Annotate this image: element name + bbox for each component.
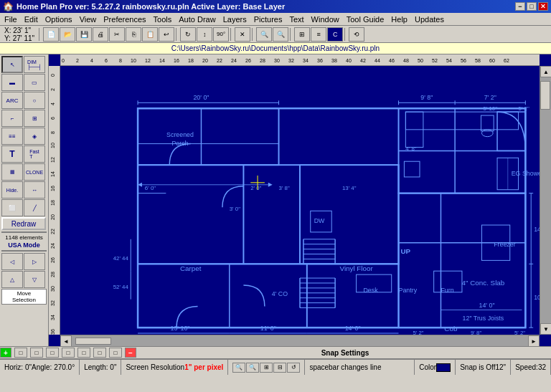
snap-btn-3[interactable]: □ <box>46 348 59 358</box>
door-tool-button[interactable]: ⌐ <box>1 110 23 127</box>
nav-up-button[interactable]: △ <box>1 271 23 288</box>
restore-button[interactable]: □ <box>527 2 537 11</box>
delete-button[interactable]: ✕ <box>235 27 250 42</box>
hide-tool-button[interactable]: Hide. <box>1 181 23 199</box>
toolbar1: X: 23' 1" Y: 27' 11" 📄 📂 💾 🖨 ✂ ⎘ 📋 ↩ ↻ ↕… <box>0 26 551 43</box>
menu-layers[interactable]: Layers <box>220 14 250 24</box>
menu-pictures[interactable]: Pictures <box>251 14 286 24</box>
scroll-down-button[interactable]: ▼ <box>540 323 551 335</box>
rotate-button[interactable]: ↻ <box>180 27 196 42</box>
zoom-in-button[interactable]: 🔍 <box>256 27 272 42</box>
color-picker-button[interactable]: C <box>327 27 343 42</box>
svg-text:50: 50 <box>418 58 423 63</box>
zoom-ctrl-1[interactable]: 🔍 <box>232 363 245 373</box>
new-button[interactable]: 📄 <box>43 27 59 42</box>
color-swatch[interactable] <box>436 363 451 372</box>
clone-tool-button[interactable]: CLONE <box>24 163 45 181</box>
undo2-button[interactable]: ⟲ <box>349 27 364 42</box>
zoom-ctrl-3[interactable]: ⊞ <box>260 363 273 373</box>
menu-window[interactable]: Window <box>309 14 342 24</box>
save-button[interactable]: 💾 <box>76 27 92 42</box>
usa-mode-label: USA Mode <box>1 242 47 249</box>
zoom-plus-button[interactable]: + <box>0 348 11 358</box>
angle90-button[interactable]: 90° <box>213 27 229 42</box>
stairs-tool-button[interactable]: ≡≡ <box>1 128 23 145</box>
scroll-right-button[interactable]: ► <box>528 335 540 346</box>
svg-text:UP: UP <box>400 247 410 254</box>
horiz-section: Horiz: 0" Angle: 270.0° <box>0 360 80 375</box>
scroll-thumb-right[interactable] <box>540 81 550 110</box>
snap-btn-4[interactable]: □ <box>62 348 75 358</box>
line-tool-button[interactable]: ╱ <box>24 199 45 216</box>
bottom-scrollbar[interactable]: ◄ ► <box>60 335 540 346</box>
svg-text:46: 46 <box>389 58 395 63</box>
nav-left-button[interactable]: ◁ <box>1 253 23 270</box>
nav-down-button[interactable]: ▽ <box>24 271 45 288</box>
dim-tool-button[interactable]: DIM├──┤ <box>24 56 45 73</box>
menu-preferences[interactable]: Preferences <box>100 14 149 24</box>
copy-button[interactable]: ⎘ <box>126 27 141 42</box>
scroll-track-bottom[interactable] <box>72 335 528 346</box>
menu-text[interactable]: Text <box>286 14 306 24</box>
fasttext-tool-button[interactable]: FastT <box>24 145 45 163</box>
print-button[interactable]: 🖨 <box>93 27 108 42</box>
grid-button[interactable]: ⊞ <box>294 27 310 42</box>
menu-tools[interactable]: Tools <box>151 14 175 24</box>
redraw-button[interactable]: Redraw <box>1 217 46 230</box>
toolbar-row-3: ARC ○ <box>1 92 47 109</box>
text-tool-button[interactable]: T <box>1 145 23 163</box>
snap-btn-7[interactable]: □ <box>109 348 122 358</box>
zoom-minus-button[interactable]: − <box>125 348 136 358</box>
arc-tool-button[interactable]: ARC <box>1 92 23 109</box>
svg-text:Furn: Furn <box>441 287 453 294</box>
wall-tool-button[interactable]: ▬ <box>1 74 23 91</box>
open-button[interactable]: 📂 <box>60 27 75 42</box>
circle-tool-button[interactable]: ○ <box>24 92 45 109</box>
rect-tool-button[interactable]: ▭ <box>24 74 45 91</box>
svg-text:32: 32 <box>50 300 55 306</box>
color-section[interactable]: Color <box>415 360 456 375</box>
move-tool-button[interactable]: ↔ <box>24 181 45 199</box>
close-button[interactable]: ✕ <box>538 2 548 11</box>
menu-options[interactable]: Options <box>42 14 75 24</box>
right-scrollbar[interactable]: ▲ ▼ <box>540 66 551 335</box>
zoom-ctrl-4[interactable]: ⊟ <box>273 363 286 373</box>
menu-toolguide[interactable]: Tool Guide <box>344 14 387 24</box>
separator4 <box>252 28 255 41</box>
menu-view[interactable]: View <box>77 14 100 24</box>
snap-btn-1[interactable]: □ <box>14 348 27 358</box>
svg-text:8: 8 <box>119 58 122 63</box>
nav-right-button[interactable]: ▷ <box>24 253 45 270</box>
canvas-container[interactable]: // ruler ticks rendered via SVG below 0 … <box>49 54 551 346</box>
zoom-out-button[interactable]: 🔍 <box>273 27 288 42</box>
svg-text:28: 28 <box>50 272 55 277</box>
scroll-up-button[interactable]: ▲ <box>540 66 551 77</box>
zoom-ctrl-5[interactable]: ↺ <box>287 363 300 373</box>
flip-button[interactable]: ↕ <box>197 27 212 42</box>
hatch-tool-button[interactable]: ▦ <box>1 163 23 181</box>
snap-btn-5[interactable]: □ <box>77 348 90 358</box>
eraser-tool-button[interactable]: ⬜ <box>1 199 23 216</box>
window-tool-button[interactable]: ⊞ <box>24 110 45 127</box>
menu-help[interactable]: Help <box>388 14 410 24</box>
blueprint-canvas[interactable]: UP 20' 0" 9' 8" 7' 2" 5' 10" 5' 2" 4' 8" <box>60 66 540 335</box>
undo-button[interactable]: ↩ <box>159 27 174 42</box>
symbol-tool-button[interactable]: ◈ <box>24 128 45 145</box>
zoom-ctrl-2[interactable]: 🔍 <box>246 363 259 373</box>
menu-autodraw[interactable]: Auto Draw <box>176 14 218 24</box>
svg-text:16: 16 <box>50 186 55 191</box>
menu-edit[interactable]: Edit <box>22 14 41 24</box>
scroll-left-button[interactable]: ◄ <box>60 335 72 346</box>
scroll-track-right[interactable] <box>540 77 551 323</box>
cut-button[interactable]: ✂ <box>109 27 125 42</box>
menu-updates[interactable]: Updates <box>412 14 447 24</box>
select-tool-button[interactable]: ↖ <box>1 56 23 73</box>
snap-btn-6[interactable]: □ <box>93 348 106 358</box>
minimize-button[interactable]: − <box>515 2 525 11</box>
paste-button[interactable]: 📋 <box>142 27 158 42</box>
snap-btn-2[interactable]: □ <box>30 348 43 358</box>
layers-button[interactable]: ≡ <box>311 27 326 42</box>
scroll-thumb-bottom[interactable] <box>75 338 111 345</box>
svg-text:12: 12 <box>50 157 55 163</box>
menu-file[interactable]: File <box>1 14 20 24</box>
